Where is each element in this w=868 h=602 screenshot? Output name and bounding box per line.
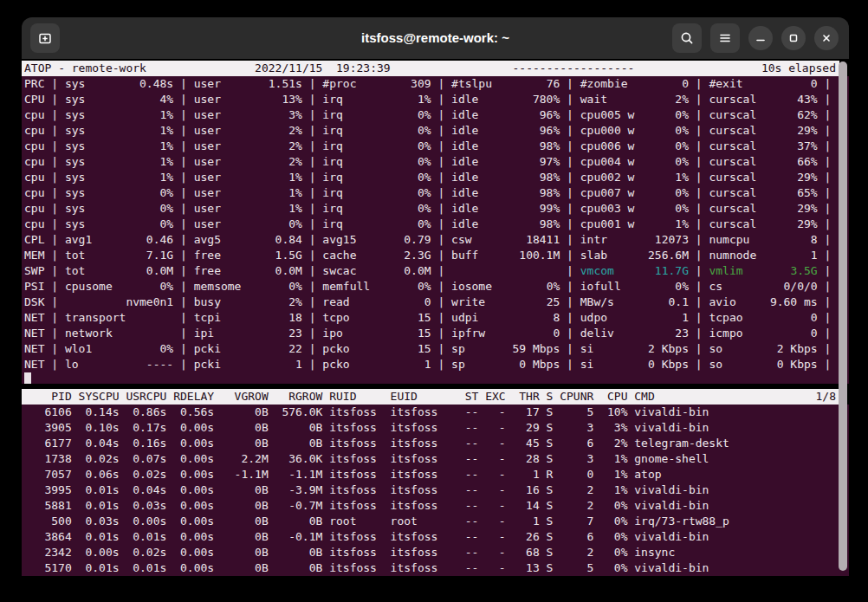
metric-value: 96% [540,123,560,139]
metric-value: 1 [682,310,689,326]
metric-name: cpu003 w [580,201,635,217]
cell-st: -- [458,405,478,420]
row-label: NET [24,341,44,357]
metric-value: 0% [675,139,689,154]
metric-name: #tslpu [451,76,492,92]
cell-cmd: vivaldi-bin [634,560,709,576]
metric: user3% [194,107,302,123]
metric: user2% [194,154,302,170]
pipe-separator: | [431,76,451,92]
cell-cpu: 2% [593,436,627,451]
metric: avio9.60 ms [709,295,817,310]
search-button[interactable] [672,23,702,53]
cell-cmd: vivaldi-bin [634,405,709,420]
metric: user2% [194,123,302,139]
cell-s: S [540,498,554,514]
column-header-syscpu: SYSCPU [72,389,120,405]
metric-name: tcpao [709,310,742,326]
metric-name: avg1 [65,232,92,248]
pipe-separator: | [431,326,451,341]
atop-title: ATOP - remote-work [24,61,146,76]
metric-name: irq [322,217,342,232]
row-label: cpu [24,154,44,170]
metric-name: user [194,217,221,232]
column-header-rgrow: RGROW [269,389,323,405]
metric-name: swcac [322,263,356,279]
metric-name: slab [580,248,607,263]
metric: sys0% [65,201,173,217]
cell-cpunr: 6 [553,529,593,545]
cell-st: -- [458,514,478,529]
metric: tcpo15 [322,310,431,326]
cell-cpunr: 6 [553,436,593,451]
metric: vmcom11.7G [580,263,689,279]
metric: pcko15 [322,341,431,357]
atop-sys-row: NET | network | ipi23 | ipo15 | ipfrw0 |… [22,326,849,341]
pipe-separator: | [173,310,193,326]
row-label: NET [24,326,44,341]
pipe-separator: | [689,341,709,357]
pipe-separator: | [689,185,709,201]
metric: iosome0% [451,279,560,295]
pipe-separator: | [689,248,709,263]
cell-ruid: itsfoss [329,545,390,560]
metric: avg150.79 [322,232,431,248]
metric: ipi23 [194,326,302,341]
metric-name: numcpu [709,232,749,248]
cell-cpunr: 3 [553,451,593,467]
atop-sys-row: PSI | cpusome0% | memsome0% | memfull0% … [22,279,849,295]
metric: irq0% [322,139,431,154]
cell-rdelay: 0.56s [166,405,214,420]
metric: curscal43% [709,92,817,107]
pipe-separator: | [173,341,193,357]
menu-button[interactable] [710,23,740,53]
metric-value: 0% [675,123,689,139]
pipe-separator: | [431,107,451,123]
metric: cs0/0/0 [709,279,817,295]
pipe-separator: | [560,295,580,310]
pipe-separator: | [689,139,709,154]
pipe-separator: | [431,248,451,263]
metric: sys1% [65,107,173,123]
metric-name: cpu007 w [580,185,635,201]
row-label: PSI [24,279,44,295]
process-row: 39050.10s0.17s0.00s0B0Bitsfossitsfoss---… [22,420,849,436]
metric: pcki1 [194,357,302,372]
metric-value: ---- [146,357,173,372]
terminal-screen[interactable]: ATOP - remote-work 2022/11/15 19:23:39 -… [22,59,849,602]
metric-value: 37% [797,139,817,154]
cell-cpu: 1% [593,467,627,482]
pipe-separator: | [689,295,709,310]
pipe-separator: | [302,92,322,107]
pipe-separator: | [44,185,64,201]
maximize-button[interactable] [781,26,806,50]
scrollbar-thumb[interactable] [839,61,847,571]
cell-exc: - [478,498,505,514]
pipe-separator: | [44,341,64,357]
atop-sys-row: cpu | sys0% | user0% | irq0% | idle98% |… [22,217,849,232]
pipe-separator: | [302,279,322,295]
titlebar[interactable]: itsfoss@remote-work: ~ [22,17,849,59]
cell-st: -- [458,482,478,498]
metric-value: 0% [418,170,431,185]
pipe-separator: | [689,279,709,295]
metric-value: 15 [418,326,431,341]
metric: user1% [194,185,302,201]
metric-name: sys [65,154,85,170]
metric: idle98% [451,185,560,201]
metric-value: 0.0M [275,263,302,279]
pipe-separator: | [818,185,832,201]
metric-value: 0 [811,326,818,341]
atop-sys-row: cpu | sys0% | user1% | irq0% | idle99% |… [22,201,849,217]
close-button[interactable] [814,26,839,50]
cell-vgrow: 0B [214,498,269,514]
metric: sys0% [65,185,173,201]
cell-cmd: telegram-deskt [634,436,729,451]
metric-value: 7.1G [146,248,173,263]
metric: cpu007 w0% [580,185,689,201]
metric-name: idle [451,185,478,201]
cell-exc: - [478,529,505,545]
metric-value: 1% [288,201,302,217]
minimize-button[interactable] [748,26,773,50]
metric-value: 98% [540,185,560,201]
